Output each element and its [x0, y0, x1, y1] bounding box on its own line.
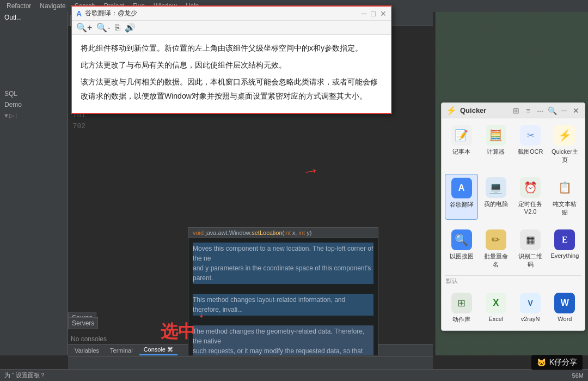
translate-toolbar: 🔍+ 🔍- ⎘ 🔊 [72, 21, 391, 35]
quicker-grid-row3: 🔍 以图搜图 ✏ 批量重命名 ▦ 识别二维码 E Everything [442, 223, 585, 275]
ocr-icon: ✂ [520, 125, 541, 146]
tab-console[interactable]: Console ⌘ [139, 345, 177, 355]
quicker-header: ⚡ Quicker ⊞ ≡ ··· 🔍 ─ ✕ [442, 103, 585, 118]
arrow-to-translate: → [301, 160, 321, 183]
quicker-list-icon[interactable]: ≡ [524, 106, 532, 115]
translate-line-3: 该方法更改与几何相关的数据。因此，本机窗口系统可能会忽略此类请求，或者可能会修改… [81, 75, 382, 102]
quicker-item-actions[interactable]: ⊞ 动作库 [445, 289, 478, 327]
menu-navigate[interactable]: Navigate [38, 1, 68, 11]
image-search-icon: 🔍 [451, 229, 472, 250]
qr-label: 识别二维码 [516, 252, 545, 269]
quicker-item-image-search[interactable]: 🔍 以图搜图 [445, 226, 478, 272]
quicker-controls: ⊞ ≡ ··· 🔍 ─ ✕ [512, 106, 580, 115]
quicker-close-icon[interactable]: ✕ [572, 106, 580, 115]
xuanzhong-annotation: 选中 [161, 320, 195, 344]
translate-title: A 谷歌翻译：@龙少 [76, 9, 137, 18]
quicker-item-text-paste[interactable]: 📋 纯文本粘贴 [548, 174, 581, 220]
quicker-item-translate[interactable]: A 谷歌翻译 [445, 174, 478, 220]
quicker-title-text: Quicker [460, 106, 486, 114]
quicker-home-icon: ⚡ [554, 125, 575, 146]
quicker-search-icon[interactable]: 🔍 [548, 106, 556, 115]
translate-maximize-btn[interactable]: □ [371, 9, 376, 18]
excel-label: Excel [488, 316, 503, 322]
arrow-down: ↓ [198, 304, 205, 321]
quicker-item-rename[interactable]: ✏ 批量重命名 [479, 226, 512, 272]
translate-win-buttons: ─ □ ✕ [362, 9, 387, 18]
word-label: Word [558, 316, 572, 322]
quicker-grid-row2: A 谷歌翻译 💻 我的电脑 ⏰ 定时任务V2.0 📋 纯文本粘贴 [442, 171, 585, 223]
image-search-label: 以图搜图 [450, 252, 474, 261]
notepad-label: 记事本 [452, 148, 470, 156]
quicker-panel: ⚡ Quicker ⊞ ≡ ··· 🔍 ─ ✕ 📝 记事本 🧮 计算器 ✂ 截图… [441, 102, 585, 331]
quicker-item-qr[interactable]: ▦ 识别二维码 [514, 226, 547, 272]
servers-label[interactable]: Servers [68, 317, 98, 329]
translate-close-btn[interactable]: ✕ [380, 9, 387, 18]
quicker-minimize-icon[interactable]: ─ [560, 106, 568, 115]
status-right-text: 56M [572, 372, 584, 379]
translate-icon: A [451, 178, 472, 198]
quicker-item-v2ray[interactable]: V v2rayN [514, 289, 547, 327]
quicker-item-notepad[interactable]: 📝 记事本 [445, 122, 478, 167]
rename-icon: ✏ [486, 229, 506, 250]
sidebar-item-demo[interactable]: Demo [0, 99, 68, 110]
javadoc-line-1: Moves this component to a new location. … [193, 243, 373, 284]
quicker-item-ocr[interactable]: ✂ 截图OCR [514, 122, 547, 167]
javadoc-line-3: The method changes the geometry-related … [193, 325, 373, 355]
quicker-grid-icon[interactable]: ⊞ [512, 106, 520, 115]
quicker-thunder-icon: ⚡ [446, 105, 457, 116]
javadoc-body: Moves this component to a new location. … [188, 238, 378, 355]
quicker-title: ⚡ Quicker [446, 105, 486, 116]
translate-line-2: 此方法更改了与布局有关的信息，因此使组件层次结构无效。 [81, 58, 382, 72]
translate-window: A 谷歌翻译：@龙少 ─ □ ✕ 🔍+ 🔍- ⎘ 🔊 将此组件移动到新位置。新位… [71, 5, 392, 114]
everything-icon: E [554, 229, 575, 250]
everything-label: Everything [550, 252, 579, 259]
tab-terminal[interactable]: Terminal [106, 346, 137, 355]
quicker-default-label: 默认 [442, 276, 585, 286]
quicker-item-mypc[interactable]: 💻 我的电脑 [479, 174, 512, 220]
excel-icon: X [486, 293, 506, 313]
javadoc-line-2: This method changes layout-related infor… [193, 294, 373, 316]
quicker-menu-icon[interactable]: ··· [536, 106, 544, 115]
quicker-home-label: Quicker主页 [550, 148, 579, 164]
rename-label: 批量重命名 [481, 252, 510, 269]
javadoc-header: void java.awt.Window.setLocation(int x, … [188, 228, 378, 238]
actions-icon: ⊞ [451, 293, 472, 313]
quicker-item-excel[interactable]: X Excel [479, 289, 512, 327]
text-paste-label: 纯文本粘贴 [550, 200, 579, 216]
watermark-icon: 🐱 [537, 358, 546, 367]
quicker-item-quicker-home[interactable]: ⚡ Quicker主页 [548, 122, 581, 167]
no-consoles-text: No consoles [71, 335, 107, 343]
tab-variables[interactable]: Variables [70, 346, 103, 355]
timer-icon: ⏰ [520, 177, 541, 198]
v2ray-label: v2rayN [521, 316, 540, 322]
translate-minimize-btn[interactable]: ─ [362, 9, 367, 18]
translate-label: 谷歌翻译 [450, 201, 474, 209]
zoom-in-icon[interactable]: 🔍+ [76, 22, 92, 33]
status-left-text: 为 '' 设置面板？ [4, 371, 46, 379]
calc-label: 计算器 [487, 148, 505, 156]
zoom-out-icon[interactable]: 🔍- [96, 22, 110, 33]
ocr-label: 截图OCR [518, 148, 543, 156]
quicker-item-everything[interactable]: E Everything [548, 226, 581, 272]
status-bar: 为 '' 设置面板？ 56M [0, 369, 588, 381]
left-panel: Outl... SQL Demo ▼▷ | [0, 12, 68, 355]
watermark-text: K仔分享 [549, 358, 577, 367]
mypc-icon: 💻 [486, 177, 506, 198]
menu-refactor[interactable]: Refactor [4, 1, 33, 11]
translate-line-1: 将此组件移动到新位置。新位置的左上角由该组件父级坐标空间中的x和y参数指定。 [81, 41, 382, 55]
calc-icon: 🧮 [486, 125, 506, 146]
quicker-item-word[interactable]: W Word [548, 289, 581, 327]
servers-text: Servers [72, 319, 94, 327]
sound-icon[interactable]: 🔊 [125, 22, 136, 33]
quicker-grid-row4: ⊞ 动作库 X Excel V v2rayN W Word [442, 286, 585, 330]
quicker-item-timer[interactable]: ⏰ 定时任务V2.0 [514, 174, 547, 220]
quicker-grid-row1: 📝 记事本 🧮 计算器 ✂ 截图OCR ⚡ Quicker主页 [442, 118, 585, 171]
quicker-item-calc[interactable]: 🧮 计算器 [479, 122, 512, 167]
sidebar-item-outl[interactable]: Outl... [0, 12, 68, 23]
actions-label: 动作库 [452, 316, 470, 324]
word-icon: W [554, 293, 575, 313]
notepad-icon: 📝 [451, 125, 472, 146]
copy-icon[interactable]: ⎘ [115, 23, 120, 33]
v2ray-icon: V [520, 293, 541, 313]
sidebar-item-sql[interactable]: SQL [0, 88, 68, 99]
